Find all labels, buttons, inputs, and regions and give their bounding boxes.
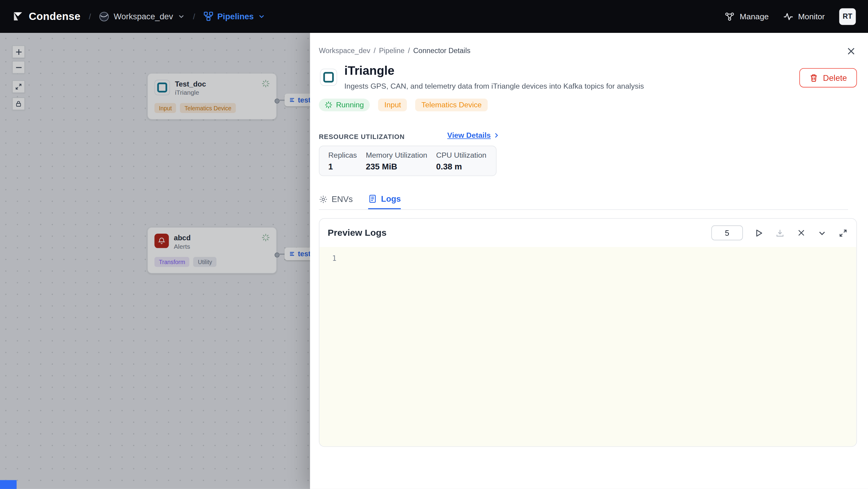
app: Condense / Workspace_dev / Pipelines	[0, 0, 868, 489]
workspace-selector[interactable]: Workspace_dev	[99, 11, 184, 22]
connector-title: iTriangle	[344, 64, 394, 78]
pipelines-label: Pipelines	[217, 12, 254, 21]
connector-itriangle-icon	[320, 69, 337, 86]
spinner-icon	[325, 101, 332, 109]
canvas-corner-widget[interactable]	[0, 480, 17, 489]
close-panel-button[interactable]	[845, 45, 857, 57]
nav-separator: /	[89, 12, 91, 21]
resource-metrics-card: Replicas 1 Memory Utilization 235 MiB CP…	[319, 146, 497, 176]
connector-description: Ingests GPS, CAN, and telemetry data fro…	[344, 82, 644, 90]
metric-cpu: CPU Utilization 0.38 m	[436, 151, 487, 170]
logs-controls	[711, 225, 848, 241]
chevron-down-icon	[818, 228, 827, 237]
type-badge: Input	[378, 99, 407, 111]
chevron-down-icon	[258, 13, 266, 20]
breadcrumb-separator: /	[408, 47, 410, 55]
pipelines-icon	[204, 12, 213, 21]
play-icon	[754, 228, 763, 237]
close-icon	[846, 46, 855, 56]
download-icon	[775, 228, 784, 237]
breadcrumb-current: Connector Details	[413, 47, 470, 55]
logs-title: Preview Logs	[328, 227, 386, 238]
log-lines-input[interactable]	[711, 225, 743, 241]
metric-value: 0.38 m	[436, 161, 487, 171]
monitor-pulse-icon	[783, 11, 793, 22]
nav-separator: /	[193, 12, 195, 21]
metric-label: Replicas	[328, 151, 357, 159]
status-label: Running	[336, 101, 364, 109]
maximize-icon	[839, 228, 847, 237]
brand-name: Condense	[29, 10, 81, 22]
tab-divider	[319, 209, 848, 210]
top-navbar: Condense / Workspace_dev / Pipelines	[0, 0, 868, 33]
fullscreen-logs-button[interactable]	[838, 228, 848, 238]
category-badge: Telematics Device	[415, 99, 488, 111]
tab-envs-label: ENVs	[332, 194, 352, 204]
log-file-icon	[368, 194, 377, 203]
logs-header: Preview Logs	[319, 219, 857, 247]
status-badge: Running	[319, 99, 370, 111]
delete-button[interactable]: Delete	[799, 68, 857, 87]
tab-logs[interactable]: Logs	[368, 194, 401, 209]
view-details-label: View Details	[447, 131, 491, 140]
metric-label: Memory Utilization	[366, 151, 427, 159]
preview-logs-card: Preview Logs	[319, 218, 857, 447]
metric-replicas: Replicas 1	[328, 151, 357, 170]
breadcrumb-pipeline[interactable]: Pipeline	[379, 47, 404, 55]
chevron-right-icon	[493, 132, 500, 139]
tab-envs[interactable]: ENVs	[319, 194, 353, 209]
run-logs-button[interactable]	[754, 228, 764, 238]
trash-icon	[809, 73, 818, 82]
gear-icon	[319, 195, 328, 204]
log-line-number: 1	[332, 254, 336, 263]
breadcrumb-separator: /	[374, 47, 376, 55]
delete-label: Delete	[823, 73, 847, 82]
pipelines-selector[interactable]: Pipelines	[204, 12, 265, 21]
condense-logo-icon	[12, 10, 24, 22]
manage-icon	[725, 11, 735, 22]
brand[interactable]: Condense	[12, 10, 81, 22]
breadcrumb: Workspace_dev / Pipeline / Connector Det…	[319, 47, 470, 55]
logs-output[interactable]: 1	[319, 247, 857, 447]
collapse-logs-button[interactable]	[817, 228, 827, 238]
connector-details-panel: Workspace_dev / Pipeline / Connector Det…	[310, 33, 868, 489]
monitor-label: Monitor	[798, 12, 825, 21]
view-details-link[interactable]: View Details	[447, 131, 500, 140]
user-avatar[interactable]: RT	[839, 8, 856, 25]
workspace-globe-icon	[99, 11, 109, 22]
metric-value: 1	[328, 161, 357, 171]
metric-memory: Memory Utilization 235 MiB	[366, 151, 427, 170]
tab-logs-label: Logs	[381, 194, 401, 203]
navbar-left: Condense / Workspace_dev / Pipelines	[12, 10, 265, 22]
clear-logs-button[interactable]	[796, 228, 806, 238]
navbar-right: Manage Monitor RT	[725, 8, 856, 25]
metric-value: 235 MiB	[366, 161, 427, 171]
download-logs-button[interactable]	[775, 228, 785, 238]
resource-utilization-heading: RESOURCE UTILIZATION	[319, 133, 405, 141]
breadcrumb-workspace[interactable]: Workspace_dev	[319, 47, 370, 55]
metric-label: CPU Utilization	[436, 151, 487, 159]
badge-row: Running Input Telematics Device	[319, 99, 488, 111]
manage-button[interactable]: Manage	[725, 11, 769, 22]
close-icon	[797, 229, 805, 237]
workspace-name: Workspace_dev	[114, 12, 173, 21]
tab-bar: ENVs Logs	[319, 194, 401, 209]
manage-label: Manage	[740, 12, 769, 21]
chevron-down-icon	[178, 13, 185, 20]
monitor-button[interactable]: Monitor	[783, 11, 825, 22]
